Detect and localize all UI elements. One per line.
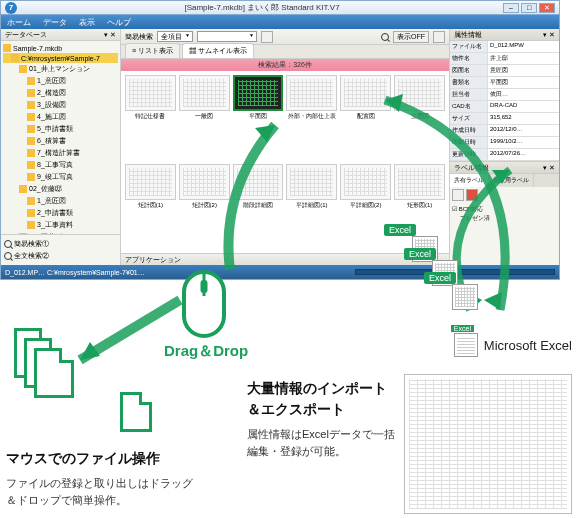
tree-root[interactable]: Sample-7.mkdb [3, 43, 118, 53]
tree-item[interactable]: 2_申請書類 [3, 207, 118, 219]
drag-drop-label: Drag＆Drop [164, 342, 248, 361]
label-tab-shared[interactable]: 共有ラベル [450, 174, 489, 187]
field-dropdown[interactable]: 全項目 [157, 31, 193, 42]
mouse-icon [176, 270, 232, 348]
search-button[interactable] [261, 31, 273, 43]
statusbar: D_012.MP… C:¥mrosystem¥Sample-7¥01… [1, 265, 559, 279]
tree-item[interactable]: 4_施工図 [3, 111, 118, 123]
prop-row: サイズ315,652 [450, 113, 559, 125]
tab-list[interactable]: ≡ リスト表示 [125, 43, 180, 58]
prop-row: 作成日時2012/12/0… [450, 125, 559, 137]
tree-item[interactable]: 6_積算書 [3, 135, 118, 147]
prop-row: 物件名井上邸 [450, 53, 559, 65]
label-tab-personal[interactable]: 個人用ラベル [489, 174, 534, 187]
window-title: [Sample-7.mkdb] まいく郎 Standard KIT.V7 [21, 2, 503, 13]
tree-item[interactable]: 3_設備図 [3, 99, 118, 111]
fulltext-search[interactable]: 全文検索② [4, 250, 117, 262]
tree-item[interactable]: 7_構造計算書 [3, 147, 118, 159]
tree-item[interactable]: C:¥mrosystem¥Sample-7 [3, 53, 118, 63]
tree-item[interactable]: 02_佐藤邸 [3, 183, 118, 195]
menu-home[interactable]: ホーム [7, 17, 31, 28]
thumbnail[interactable]: 階段詳細図 [233, 164, 284, 250]
tree-item[interactable]: 2_構造図 [3, 87, 118, 99]
excel-tag: Excel [404, 248, 436, 260]
label-item[interactable]: ☑ BCP対応 [452, 205, 557, 214]
label-item[interactable]: プレゼン済 [452, 214, 557, 223]
thumbnail[interactable]: 特記仕様書 [125, 75, 176, 161]
prop-row: 印刷日時1999/10/2… [450, 137, 559, 149]
result-bar: 検索結果：326件 [121, 59, 449, 71]
thumbnail[interactable]: 平詳細図(2) [340, 164, 391, 250]
tree-item[interactable]: 5_申請書類 [3, 123, 118, 135]
props-header: 属性情報▾ ✕ [450, 29, 559, 41]
prop-row: 担当者依田… [450, 89, 559, 101]
caption-import: 大量情報のインポート＆エクスポート 属性情報はExcelデータで一括編集・登録が… [247, 378, 397, 459]
menu-data[interactable]: データ [43, 17, 67, 28]
tree-item[interactable]: 8_工事写真 [3, 159, 118, 171]
app-section-header[interactable]: アプリケーション [121, 253, 449, 265]
prop-row: 更新日時2012/07/26… [450, 149, 559, 161]
excel-app-icon: Excel [454, 333, 478, 357]
thumbnail[interactable]: 外部・内部仕上表 [286, 75, 337, 161]
tab-thumbnail[interactable]: ▦ サムネイル表示 [182, 43, 254, 58]
label-panel: ラベル情報▾ ✕ 共有ラベル 個人用ラベル ☑ BCP対応 プレゼン済 [450, 161, 559, 265]
search-panel: 簡易検索① 全文検索② [1, 234, 120, 265]
grid-button[interactable] [433, 31, 445, 43]
minimize-button[interactable]: – [503, 3, 519, 13]
tree-item[interactable]: 3_工事資料 [3, 219, 118, 231]
titlebar: 7 [Sample-7.mkdb] まいく郎 Standard KIT.V7 –… [1, 1, 559, 15]
app-logo-icon: 7 [5, 2, 17, 14]
thumbnail[interactable]: 平詳細図(1) [286, 164, 337, 250]
excel-tag: Excel [384, 224, 416, 236]
quick-search[interactable]: 簡易検索① [4, 238, 117, 250]
tree: Sample-7.mkdb C:¥mrosystem¥Sample-701_井上… [1, 41, 120, 234]
menu-view[interactable]: 表示 [79, 17, 95, 28]
label-add-button[interactable] [452, 189, 464, 201]
thumbnail[interactable]: 矩計図(2) [179, 164, 230, 250]
thumbnail[interactable]: 一般図 [179, 75, 230, 161]
sidebar-header: データベース▾ ✕ [1, 29, 120, 41]
tree-item[interactable]: 9_竣工写真 [3, 171, 118, 183]
prop-row: CAD名DRA-CAD [450, 101, 559, 113]
tree-item[interactable]: 1_意匠図 [3, 195, 118, 207]
tree-item[interactable]: 1_意匠図 [3, 75, 118, 87]
caption-mouse: マウスでのファイル操作 ファイルの登録と取り出しはドラッグ＆ドロップで簡単操作。 [6, 448, 196, 508]
search-icon [4, 252, 12, 260]
props-table: ファイル名D_012.MPW物件名井上邸図面名意匠図書類名平面図担当者依田…CA… [450, 41, 559, 161]
app-window: 7 [Sample-7.mkdb] まいく郎 Standard KIT.V7 –… [0, 0, 560, 280]
textoff-button[interactable]: 表示OFF [393, 31, 429, 43]
zoom-icon[interactable] [381, 33, 389, 41]
thumbnail[interactable]: 立面図 [394, 75, 445, 161]
menubar: ホーム データ 表示 ヘルプ [1, 15, 559, 29]
file-icon [120, 392, 152, 432]
label-del-button[interactable] [466, 189, 478, 201]
value-dropdown[interactable] [197, 31, 257, 42]
menu-help[interactable]: ヘルプ [107, 17, 131, 28]
right-panel: 属性情報▾ ✕ ファイル名D_012.MPW物件名井上邸図面名意匠図書類名平面図… [449, 29, 559, 265]
prop-row: 図面名意匠図 [450, 65, 559, 77]
view-tabs: ≡ リスト表示 ▦ サムネイル表示 [121, 45, 449, 59]
search-icon [4, 240, 12, 248]
tree-item[interactable]: 01_井上マンション [3, 63, 118, 75]
maximize-button[interactable]: □ [521, 3, 537, 13]
prop-row: 書類名平面図 [450, 77, 559, 89]
excel-tag: Excel [424, 272, 456, 284]
close-button[interactable]: ✕ [539, 3, 555, 13]
spreadsheet-preview [404, 374, 572, 514]
ms-excel-label: Excel Microsoft Excel [454, 333, 572, 357]
prop-row: ファイル名D_012.MPW [450, 41, 559, 53]
file-stack-icon [14, 328, 84, 398]
thumbnail[interactable]: 配置図 [340, 75, 391, 161]
thumbnail[interactable]: 平面図 [233, 75, 284, 161]
sidebar: データベース▾ ✕ Sample-7.mkdb C:¥mrosystem¥Sam… [1, 29, 121, 265]
toolbar-label: 簡易検索 [125, 32, 153, 42]
thumbnail[interactable]: 矩計図(1) [125, 164, 176, 250]
excel-file-icon [452, 284, 478, 310]
